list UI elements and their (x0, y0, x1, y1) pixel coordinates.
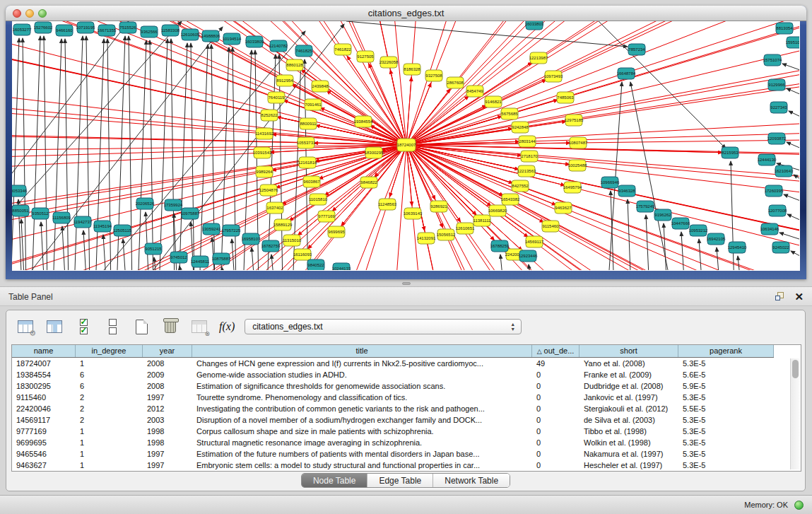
teal-node-16033803[interactable]: 16033803 (525, 21, 544, 30)
teal-node-10953212[interactable]: 10953212 (689, 225, 708, 236)
table-selector-dropdown[interactable]: citations_edges.txt ▲▼ (245, 319, 522, 334)
teal-node-11345194[interactable]: 11345194 (93, 221, 112, 232)
yellow-node-9699695[interactable]: 9699695 (328, 226, 345, 238)
yellow-node-9286921[interactable]: 9286921 (430, 201, 447, 212)
teal-node-8813054[interactable]: 8813054 (776, 23, 793, 34)
yellow-node-11381111[interactable]: 11381111 (473, 215, 492, 226)
tab-edge-table[interactable]: Edge Table (367, 474, 433, 487)
table-row[interactable]: 1872400712008Changes of HCN gene express… (12, 358, 774, 369)
teal-node-9051215[interactable]: 9051215 (145, 243, 162, 255)
table-row[interactable]: 977716911998Corpus callosum shape and si… (12, 426, 774, 437)
yellow-node-16495794[interactable]: 16495794 (563, 182, 582, 193)
table-row[interactable]: 969969511998Structural magnetic resonanc… (12, 437, 774, 448)
teal-node-17359924[interactable]: 17359924 (164, 199, 183, 211)
column-header-out_de[interactable]: △out_de... (532, 345, 579, 357)
yellow-node-15889129[interactable]: 15889129 (273, 219, 293, 230)
teal-node-9362566[interactable]: 9362566 (141, 26, 158, 37)
delete-column-button[interactable] (161, 317, 180, 336)
yellow-node-9327508[interactable]: 9327508 (425, 70, 442, 81)
teal-node-20053346[interactable]: 20053346 (12, 185, 28, 197)
vertical-scrollbar[interactable] (790, 358, 800, 469)
teal-node-10975887[interactable]: 10975887 (181, 208, 200, 219)
yellow-node-10669820[interactable]: 10669820 (488, 205, 507, 216)
yellow-node-2718170[interactable]: 2718170 (521, 151, 538, 162)
teal-node-9196262[interactable]: 9196262 (654, 209, 671, 221)
yellow-node-8427552[interactable]: 8427552 (512, 180, 529, 192)
teal-node-12445811[interactable]: 12445811 (191, 256, 210, 267)
yellow-node-10025488[interactable]: 10025488 (568, 160, 587, 171)
column-header-name[interactable]: name (12, 345, 76, 357)
table-row[interactable]: 1456911722003Disruption of a novel membe… (12, 414, 774, 426)
network-canvas[interactable]: 8860128891295476401198252622114316921039… (12, 21, 800, 271)
teal-node-12140782[interactable]: 12140782 (269, 40, 288, 52)
yellow-node-12161816[interactable]: 12161816 (298, 157, 317, 168)
window-titlebar[interactable]: citations_edges.txt (6, 6, 806, 21)
function-builder-button[interactable]: f(x) (219, 320, 235, 333)
teal-node-12093872[interactable]: 12093872 (767, 133, 787, 144)
yellow-node-1637402[interactable]: 1637402 (266, 202, 283, 214)
yellow-node-2439848[interactable]: 2439848 (312, 81, 329, 92)
teal-node-10966946[interactable]: 10966946 (601, 177, 620, 188)
select-all-columns-button[interactable] (74, 317, 93, 336)
yellow-node-11015810[interactable]: 11015810 (309, 194, 328, 205)
teal-node-11156809[interactable]: 11156809 (52, 212, 71, 223)
yellow-node-9846822[interactable]: 9846822 (360, 177, 377, 188)
yellow-node-8186328[interactable]: 8186328 (404, 64, 420, 75)
teal-node-10447666[interactable]: 10447666 (671, 218, 690, 229)
teal-node-17957225[interactable]: 17957225 (222, 225, 241, 236)
yellow-node-11248563[interactable]: 11248563 (378, 199, 397, 210)
teal-node-7857234[interactable]: 7857234 (628, 44, 645, 55)
teal-node-9745012[interactable]: 9745012 (170, 252, 187, 263)
column-header-year[interactable]: year (143, 345, 192, 357)
yellow-node-7640119[interactable]: 7640119 (268, 92, 285, 103)
teal-node-12610605[interactable]: 12610605 (181, 29, 200, 40)
column-header-in_degree[interactable]: in_degree (76, 345, 143, 357)
teal-node-16958107[interactable]: 16958107 (242, 233, 261, 245)
teal-node-8215953[interactable]: 8215953 (722, 147, 739, 158)
teal-node-10875887[interactable]: 10875887 (212, 253, 231, 264)
teal-node-11942737[interactable]: 11942737 (73, 216, 93, 228)
close-panel-icon[interactable]: ✕ (794, 291, 804, 303)
yellow-node-10553731[interactable]: 10553731 (297, 137, 316, 148)
teal-node-16942105[interactable]: 16942105 (707, 233, 726, 245)
teal-node-17579249[interactable]: 17579249 (636, 201, 655, 212)
yellow-node-12610651[interactable]: 12610651 (456, 223, 475, 234)
teal-node-12077008[interactable]: 12077008 (768, 205, 787, 216)
table-row[interactable]: 1830029562008Estimation of significance … (12, 380, 774, 392)
teal-node-9346328[interactable]: 9346328 (618, 185, 635, 197)
unselect-all-columns-button[interactable] (103, 317, 122, 336)
create-column-button[interactable] (132, 317, 151, 336)
table-row[interactable]: 911546021997Tourette syndrome. Phenomeno… (12, 392, 774, 403)
yellow-node-11431692[interactable]: 11431692 (255, 128, 274, 139)
yellow-node-12504876[interactable]: 12504876 (259, 185, 278, 196)
teal-node-9350512[interactable]: 9350512 (32, 208, 49, 219)
teal-node-7515526[interactable]: 7515526 (119, 22, 136, 33)
teal-node-10244133[interactable]: 10244133 (332, 263, 351, 270)
panel-divider-handle[interactable] (402, 282, 411, 285)
yellow-node-8454749[interactable]: 8454749 (466, 86, 483, 97)
teal-node-16033809[interactable]: 16033809 (245, 36, 264, 47)
yellow-node-16116093[interactable]: 16116093 (293, 249, 312, 260)
teal-node-7461825[interactable]: 7461825 (295, 45, 312, 57)
teal-node-14988806[interactable]: 14988806 (201, 30, 220, 42)
teal-node-16671355[interactable]: 16671355 (98, 25, 117, 36)
yellow-node-11315010[interactable]: 11315010 (283, 235, 302, 246)
yellow-node-9127505[interactable]: 9127505 (357, 51, 374, 62)
column-header-pagerank[interactable]: pagerank (678, 345, 774, 357)
yellow-node-12213563[interactable]: 12213563 (517, 165, 536, 177)
yellow-node-7091461[interactable]: 7091461 (305, 99, 322, 110)
teal-node-11583308[interactable]: 11583308 (161, 25, 180, 36)
teal-node-15751074[interactable]: 15751074 (763, 54, 782, 66)
yellow-node-9115460[interactable]: 9115460 (542, 221, 559, 232)
teal-node-10634146[interactable]: 10634146 (760, 223, 779, 235)
table-row[interactable]: 946362711997Embryonic stem cells: a mode… (12, 460, 774, 471)
yellow-node-9777169[interactable]: 9777169 (318, 211, 335, 222)
teal-node-9840522[interactable]: 9840522 (307, 259, 324, 270)
yellow-node-15056512[interactable]: 15056512 (437, 229, 456, 240)
teal-node-13059241[interactable]: 13059241 (202, 223, 221, 235)
yellow-node-8912954[interactable]: 8912954 (276, 75, 293, 86)
table-row[interactable]: 946554611997Estimation of the future num… (12, 448, 774, 460)
table-row[interactable]: 1938455462009Genome-wide association stu… (12, 369, 774, 380)
yellow-node-14569117[interactable]: 14569117 (525, 236, 544, 247)
teal-node-9129966[interactable]: 9129966 (768, 79, 785, 90)
